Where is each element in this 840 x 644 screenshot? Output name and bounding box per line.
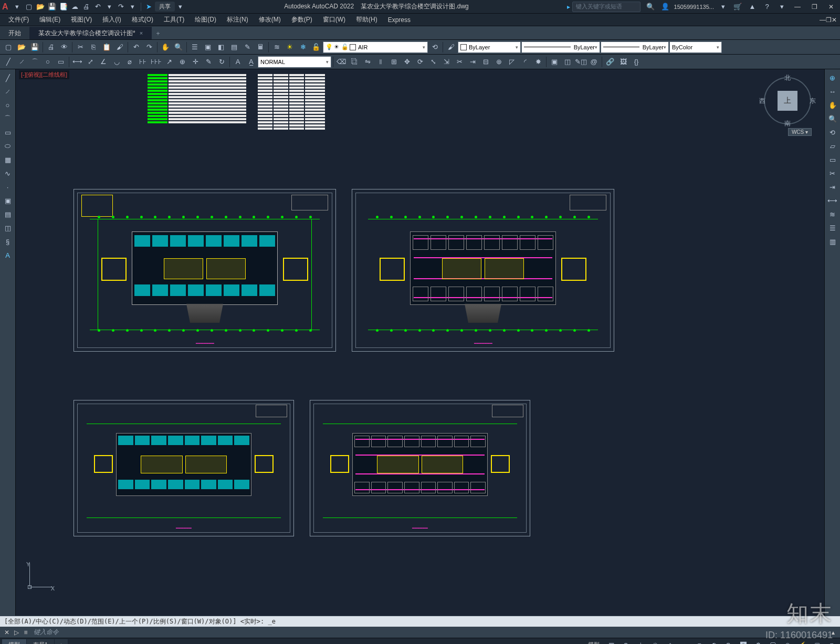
tb-explode-icon[interactable]: ✸ <box>532 56 544 68</box>
view-cube[interactable]: 上 北 南 西 东 <box>761 75 814 127</box>
tool-rectangle-icon[interactable]: ▭ <box>1 126 15 139</box>
help-icon[interactable]: ? <box>762 2 772 12</box>
tool-spline-icon[interactable]: ∿ <box>1 167 15 180</box>
menu-tools[interactable]: 工具(T) <box>159 14 190 26</box>
tb-markup-icon[interactable]: ✎ <box>241 41 254 54</box>
user-name[interactable]: 15059991135... <box>674 4 714 10</box>
tb-dtext-icon[interactable]: A̲ <box>245 56 257 68</box>
tb-laymatch-icon[interactable]: 🖌 <box>445 41 457 54</box>
tb-extend-icon[interactable]: ⇥ <box>466 56 479 68</box>
redo-dropdown-icon[interactable]: ▾ <box>128 2 138 12</box>
menu-insert[interactable]: 插入(I) <box>97 14 126 26</box>
tb-scale-icon[interactable]: ⤡ <box>427 56 439 68</box>
tb-redo-icon[interactable]: ↷ <box>143 41 155 54</box>
tb-rect-icon[interactable]: ▭ <box>55 56 67 68</box>
saveas-icon[interactable]: 📑 <box>58 2 69 12</box>
menu-express[interactable]: Express <box>383 14 416 26</box>
menu-draw[interactable]: 绘图(D) <box>190 14 222 26</box>
menu-dimension[interactable]: 标注(N) <box>222 14 254 26</box>
tb-block-create-icon[interactable]: ◫ <box>561 56 574 68</box>
tool-line-icon[interactable]: ╱ <box>1 71 15 84</box>
tool-helix-icon[interactable]: § <box>1 235 15 248</box>
tb-zoom-icon[interactable]: 🔍 <box>172 41 185 54</box>
viewcube-south[interactable]: 南 <box>784 119 791 128</box>
qat-menu-icon[interactable]: ▾ <box>12 2 23 12</box>
redo-icon[interactable]: ↷ <box>116 2 127 12</box>
tool-ellipse-icon[interactable]: ⬭ <box>1 140 15 152</box>
color-dropdown[interactable]: ByLayer ▾ <box>458 41 521 53</box>
command-menu-icon[interactable]: ≡ <box>21 628 30 637</box>
search-caret-icon[interactable]: ▸ <box>567 3 570 10</box>
help-dropdown-icon[interactable]: ▾ <box>776 2 787 12</box>
tb-dim-continue-icon[interactable]: ⊦⊦ <box>136 56 149 68</box>
tb-mtext-icon[interactable]: A <box>232 56 244 68</box>
minimize-button[interactable]: — <box>791 2 804 12</box>
user-icon[interactable]: 👤 <box>660 2 670 12</box>
nav-wheel-icon[interactable]: ⊕ <box>826 71 839 84</box>
tool-orbit-icon[interactable]: ⟲ <box>826 126 839 139</box>
tb-array-icon[interactable]: ⊞ <box>387 56 400 68</box>
tb-dim-radius-icon[interactable]: ◡ <box>110 56 123 68</box>
status-grid-icon[interactable]: ▦ <box>605 639 617 645</box>
tool-area-icon[interactable]: ▱ <box>826 140 839 152</box>
tool-dim2-icon[interactable]: ⟷ <box>826 194 839 207</box>
command-close-icon[interactable]: ✕ <box>2 628 12 637</box>
linetype-dropdown[interactable]: ByLayer ▾ <box>521 41 600 53</box>
viewport-label[interactable]: [-][俯视][二维线框] <box>19 70 69 79</box>
tool-region-icon[interactable]: ◫ <box>1 221 15 234</box>
new-file-icon[interactable]: ▢ <box>24 2 34 12</box>
tb-pan-icon[interactable]: ✋ <box>159 41 172 54</box>
tb-save-icon[interactable]: 💾 <box>28 41 41 54</box>
tb-xref-icon[interactable]: 🔗 <box>604 56 616 68</box>
tb-layer-mgr-icon[interactable]: ≋ <box>270 41 283 54</box>
tb-fillet-icon[interactable]: ◜ <box>519 56 531 68</box>
tb-erase-icon[interactable]: ⌫ <box>335 56 348 68</box>
status-snap-icon[interactable]: ⊙ <box>620 639 632 645</box>
tb-join-icon[interactable]: ⊕ <box>492 56 505 68</box>
tool-hatch-icon[interactable]: ▦ <box>1 153 15 166</box>
tb-attdef-icon[interactable]: @ <box>587 56 600 68</box>
tb-open-icon[interactable]: 📂 <box>15 41 28 54</box>
open-file-icon[interactable]: 📂 <box>35 2 46 12</box>
status-workspace-icon[interactable]: ⚙ <box>752 639 764 645</box>
model-viewport[interactable]: [-][俯视][二维线框] 上 北 南 西 东 WCS ▾ /*rows add… <box>16 69 824 616</box>
restore-button[interactable]: ❐ <box>807 2 821 12</box>
undo-dropdown-icon[interactable]: ▾ <box>104 2 115 12</box>
ucs-icon[interactable]: Y X <box>22 563 54 595</box>
tab-drawing[interactable]: 某农业大学教学综合楼空调设计图* × <box>30 27 152 39</box>
menu-file[interactable]: 文件(F) <box>3 14 34 26</box>
tab-layout1[interactable]: 布局1 <box>27 639 55 645</box>
autodesk-app-icon[interactable]: ▲ <box>747 2 758 12</box>
doc-minimize-button[interactable]: — <box>820 16 826 24</box>
tab-add-layout[interactable]: + <box>55 639 68 645</box>
status-annoscale-icon[interactable]: 🅰 <box>737 639 750 645</box>
tb-copy-icon[interactable]: ⎘ <box>87 41 100 54</box>
tool-polyline-icon[interactable]: ⟋ <box>1 85 15 98</box>
tb-move-icon[interactable]: ✥ <box>401 56 413 68</box>
status-cycling-icon[interactable]: ⟳ <box>722 639 735 645</box>
tool-layer2-icon[interactable]: ≋ <box>826 208 839 220</box>
tb-arc-icon[interactable]: ⌒ <box>28 56 41 68</box>
tb-centermark-icon[interactable]: ✛ <box>189 56 202 68</box>
tb-new-icon[interactable]: ▢ <box>2 41 15 54</box>
tb-toolpal-icon[interactable]: ◧ <box>215 41 227 54</box>
undo-icon[interactable]: ↶ <box>93 2 103 12</box>
tb-field-icon[interactable]: {} <box>630 56 643 68</box>
layer-dropdown[interactable]: 💡 ☀ 🔓 AIR ▾ <box>323 41 428 53</box>
tool-props2-icon[interactable]: ☰ <box>826 221 839 234</box>
textstyle-dropdown[interactable]: NORMAL ▾ <box>258 56 331 68</box>
lineweight-dropdown[interactable]: ByLayer ▾ <box>601 41 669 53</box>
menu-help[interactable]: 帮助(H) <box>351 14 383 26</box>
tb-copy-obj-icon[interactable]: ⿻ <box>348 56 361 68</box>
tool-distance-icon[interactable]: ↔ <box>826 85 839 98</box>
doc-close-button[interactable]: ✕ <box>832 16 837 24</box>
viewcube-compass-ring[interactable] <box>764 77 811 124</box>
tab-new-button[interactable]: + <box>152 30 164 39</box>
tb-chamfer-icon[interactable]: ◸ <box>506 56 518 68</box>
tb-block-edit-icon[interactable]: ✎◫ <box>574 56 587 68</box>
command-input[interactable]: 键入命令 <box>30 628 828 637</box>
menu-modify[interactable]: 修改(M) <box>254 14 286 26</box>
tab-model[interactable]: 模型 <box>2 639 27 645</box>
tb-line-icon[interactable]: ╱ <box>2 56 15 68</box>
tab-start[interactable]: 开始 <box>0 27 30 39</box>
